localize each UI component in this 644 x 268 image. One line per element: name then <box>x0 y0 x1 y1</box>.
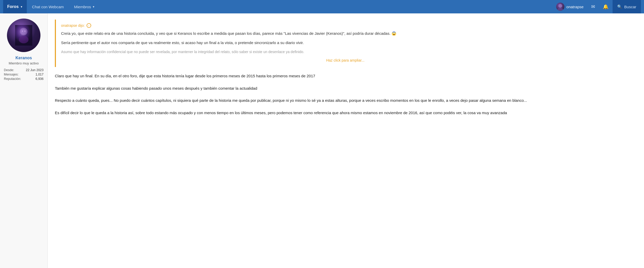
stat-reputation: Reputación: 6,936 <box>4 77 44 81</box>
nav-user-section[interactable]: onatrapse <box>553 3 587 11</box>
svg-point-1 <box>557 8 563 11</box>
nav-webcam-label: Chat con Webcam <box>32 5 64 9</box>
post-area: onatrapse dijo: ↑ Creía yo, que este rel… <box>48 13 644 268</box>
search-button[interactable]: 🔍 Buscar <box>613 0 641 13</box>
quote-up-icon[interactable]: ↑ <box>87 23 91 28</box>
sidebar-role: Miembro muy activo <box>9 61 39 65</box>
reputation-value: 6,936 <box>36 77 44 81</box>
post-paragraph-4: Es difícil decir lo que le queda a la hi… <box>55 110 635 116</box>
avatar-illustration <box>13 25 34 46</box>
nav-miembros-link[interactable]: Miembros ▼ <box>69 0 100 13</box>
chevron-down-icon-miembros: ▼ <box>92 5 95 8</box>
nav-foros-label: Foros <box>7 4 19 9</box>
quote-author: onatrapse dijo: ↑ <box>61 23 630 28</box>
sidebar: Keranos Miembro muy activo Desde: 22 Jun… <box>0 13 48 268</box>
quote-author-name: onatrapse dijo: <box>61 23 85 28</box>
quote-text-1: Creía yo, que este relato era de una his… <box>61 30 630 37</box>
sidebar-stats: Desde: 22 Jun 2023 Mensajes: 1,017 Reput… <box>4 68 44 81</box>
stat-since: Desde: 22 Jun 2023 <box>4 68 44 72</box>
post-paragraph-1: Claro que hay un final. En su día, en el… <box>55 73 635 79</box>
mail-icon-button[interactable]: ✉ <box>588 0 599 13</box>
messages-label: Mensajes: <box>4 73 19 76</box>
svg-point-0 <box>558 4 562 8</box>
avatar-image <box>556 3 564 11</box>
quote-text-faded: Asumo que hay información confidencial q… <box>61 49 630 55</box>
since-label: Desde: <box>4 68 14 72</box>
navbar: Foros ▼ Chat con Webcam Miembros ▼ onatr… <box>0 0 644 13</box>
nav-foros-button[interactable]: Foros ▼ <box>3 0 27 13</box>
nav-username: onatrapse <box>566 5 584 9</box>
post-paragraph-2: También me gustaría explicar algunas cos… <box>55 85 635 92</box>
svg-point-6 <box>22 30 23 32</box>
messages-value: 1,017 <box>36 73 44 76</box>
nav-webcam-link[interactable]: Chat con Webcam <box>27 0 69 13</box>
stat-messages: Mensajes: 1,017 <box>4 73 44 76</box>
main-container: Keranos Miembro muy activo Desde: 22 Jun… <box>0 13 644 268</box>
nav-right-section: onatrapse ✉ 🔔 🔍 Buscar <box>553 0 641 13</box>
svg-point-4 <box>21 29 26 34</box>
bell-icon-button[interactable]: 🔔 <box>599 0 612 13</box>
search-label: Buscar <box>624 5 636 9</box>
since-value: 22 Jun 2023 <box>26 68 44 72</box>
quote-expand-button[interactable]: Haz click para ampliar... <box>61 57 630 63</box>
sidebar-username[interactable]: Keranos <box>15 56 32 60</box>
post-paragraph-3: Respecto a cuánto queda, pues... No pued… <box>55 97 635 104</box>
chevron-down-icon: ▼ <box>20 5 23 8</box>
svg-point-5 <box>19 36 28 43</box>
svg-point-7 <box>24 30 26 32</box>
user-avatar <box>7 19 40 52</box>
nav-avatar <box>556 3 564 11</box>
quote-text-2: Sería pertinente que el autor nos compar… <box>61 40 630 46</box>
nav-miembros-label: Miembros <box>74 5 91 9</box>
reputation-label: Reputación: <box>4 77 21 81</box>
quote-block: onatrapse dijo: ↑ Creía yo, que este rel… <box>55 20 635 67</box>
search-icon: 🔍 <box>617 4 622 9</box>
